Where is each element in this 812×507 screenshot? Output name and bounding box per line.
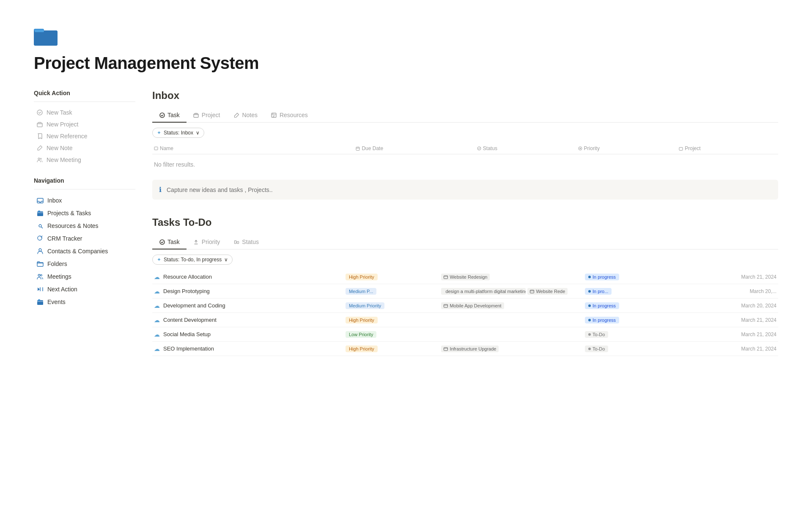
task-status-cell: To-Do: [585, 331, 680, 338]
page-header: Project Management System: [34, 25, 778, 73]
svg-point-14: [41, 274, 42, 276]
inbox-status-filter[interactable]: ✦ Status: Inbox ∨: [152, 128, 204, 138]
priority-badge: Medium P...: [346, 288, 376, 295]
task-date-cell: March 20, 2024: [681, 303, 776, 309]
status-dot: [588, 319, 591, 321]
task-project-cell: design a multi-platform digital marketin…: [441, 288, 585, 295]
project-tab-label: Project: [202, 112, 220, 118]
sidebar-item-projects-tasks-label: Projects & Tasks: [47, 210, 91, 217]
next-action-icon: [36, 285, 44, 293]
notes-tab-label: Notes: [242, 112, 258, 118]
svg-rect-2: [34, 30, 58, 46]
inbox-tabs-bar: Task Project: [152, 108, 778, 123]
tab-task[interactable]: Task: [152, 108, 187, 123]
meeting-icon: [36, 156, 43, 163]
sidebar-item-projects-tasks[interactable]: Projects & Tasks: [34, 207, 135, 219]
svg-rect-5: [37, 123, 42, 127]
crm-icon: [36, 235, 44, 242]
sidebar-item-events[interactable]: Events: [34, 296, 135, 308]
priority-badge: Low Priority: [346, 331, 376, 338]
sidebar-item-meetings-label: Meetings: [47, 273, 71, 280]
tasks-todo-title: Tasks To-Do: [152, 217, 778, 228]
project-chip: Website Redesign: [441, 274, 490, 280]
status-dot: [588, 348, 591, 350]
table-row[interactable]: ☁ Design Prototyping Medium P... design …: [152, 284, 778, 299]
quick-action-new-task[interactable]: New Task: [34, 107, 135, 118]
task-status-cell: In progress: [585, 273, 680, 280]
inbox-filter-bar: ✦ Status: Inbox ∨: [152, 128, 778, 138]
task-cloud-icon: ☁: [154, 317, 160, 323]
task-name-text: Content Development: [163, 317, 217, 323]
navigation-section: Navigation Inbox: [34, 177, 135, 308]
task-priority-cell: Medium P...: [346, 288, 441, 295]
svg-rect-33: [444, 348, 448, 351]
task-priority-cell: High Priority: [346, 345, 441, 352]
sidebar-item-events-label: Events: [47, 299, 66, 305]
tasks-tab-task[interactable]: Task: [152, 235, 187, 249]
svg-point-26: [160, 240, 165, 244]
meetings-icon: [36, 273, 44, 280]
task-name-cell: ☁ SEO Implementation: [154, 345, 346, 352]
table-row[interactable]: ☁ Content Development High Priority In p…: [152, 313, 778, 327]
quick-action-new-task-label: New Task: [47, 109, 72, 116]
svg-point-22: [477, 147, 481, 150]
tab-notes[interactable]: Notes: [227, 108, 264, 123]
sidebar-item-resources-notes[interactable]: Resources & Notes: [34, 220, 135, 232]
sidebar-item-contacts-companies-label: Contacts & Companies: [47, 248, 108, 255]
task-priority-cell: Low Priority: [346, 331, 441, 338]
sidebar-item-meetings[interactable]: Meetings: [34, 271, 135, 282]
quick-action-new-reference[interactable]: New Reference: [34, 131, 135, 142]
page-icon: [34, 25, 778, 47]
status-dot: [588, 290, 591, 293]
contacts-icon: [36, 247, 44, 255]
table-row[interactable]: ☁ Social Media Setup Low Priority To-Do: [152, 327, 778, 342]
table-row[interactable]: ☁ Development and Coding Medium Priority…: [152, 299, 778, 313]
tasks-tab-priority[interactable]: Priority: [187, 235, 227, 249]
svg-point-6: [38, 158, 40, 160]
task-project-cell: Infrastructure Upgrade: [441, 345, 585, 352]
task-date-cell: March 20,...: [681, 288, 776, 294]
sidebar-item-next-action[interactable]: Next Action: [34, 283, 135, 295]
tab-project[interactable]: Project: [187, 108, 227, 123]
status-badge: To-Do: [585, 331, 608, 338]
quick-action-new-reference-label: New Reference: [47, 133, 88, 140]
quick-action-new-note[interactable]: New Note: [34, 143, 135, 153]
svg-rect-9: [37, 211, 43, 216]
col-name: Name: [152, 145, 354, 151]
status-badge: To-Do: [585, 345, 608, 352]
status-tab-icon: [233, 239, 239, 245]
task-cloud-icon: ☁: [154, 345, 160, 352]
quick-action-new-project[interactable]: New Project: [34, 119, 135, 130]
sidebar-item-contacts-companies[interactable]: Contacts & Companies: [34, 245, 135, 257]
sidebar-item-folders[interactable]: Folders: [34, 258, 135, 270]
task-priority-cell: High Priority: [346, 274, 441, 280]
table-row[interactable]: ☁ Resource Allocation High Priority Webs…: [152, 270, 778, 284]
info-icon: ℹ: [159, 186, 162, 194]
inbox-table-header: Name Due Date Status Priority: [152, 143, 778, 154]
status-badge: In progress: [585, 302, 619, 309]
svg-rect-18: [194, 114, 198, 117]
inbox-section: Inbox Task: [152, 90, 778, 200]
tasks-tab-status[interactable]: Status: [227, 235, 266, 249]
svg-point-17: [160, 113, 165, 118]
table-row[interactable]: ☁ SEO Implementation High Priority Infra…: [152, 342, 778, 356]
sidebar-item-inbox[interactable]: Inbox: [34, 195, 135, 206]
task-name-cell: ☁ Development and Coding: [154, 302, 346, 309]
project-chip: Infrastructure Upgrade: [441, 345, 499, 352]
task-cloud-icon: ☁: [154, 331, 160, 338]
sidebar-item-crm-tracker[interactable]: CRM Tracker: [34, 233, 135, 244]
task-name-cell: ☁ Content Development: [154, 317, 346, 323]
tasks-status-tab-label: Status: [242, 238, 259, 245]
task-name-text: SEO Implementation: [163, 345, 214, 352]
notes-tab-icon: [233, 112, 239, 118]
inbox-filter-label: Status: Inbox: [164, 130, 193, 136]
col-status: Status: [475, 145, 576, 151]
quick-action-new-meeting[interactable]: New Meeting: [34, 154, 135, 165]
tasks-status-filter[interactable]: ✦ Status: To-do, In progress ∨: [152, 255, 233, 265]
tab-resources[interactable]: Resources: [264, 108, 315, 123]
task-status-cell: In progress: [585, 316, 680, 323]
sidebar-item-resources-notes-label: Resources & Notes: [47, 222, 99, 229]
task-name-text: Resource Allocation: [163, 274, 212, 280]
tasks-tabs-bar: Task Priority: [152, 235, 778, 249]
status-dot: [588, 304, 591, 307]
